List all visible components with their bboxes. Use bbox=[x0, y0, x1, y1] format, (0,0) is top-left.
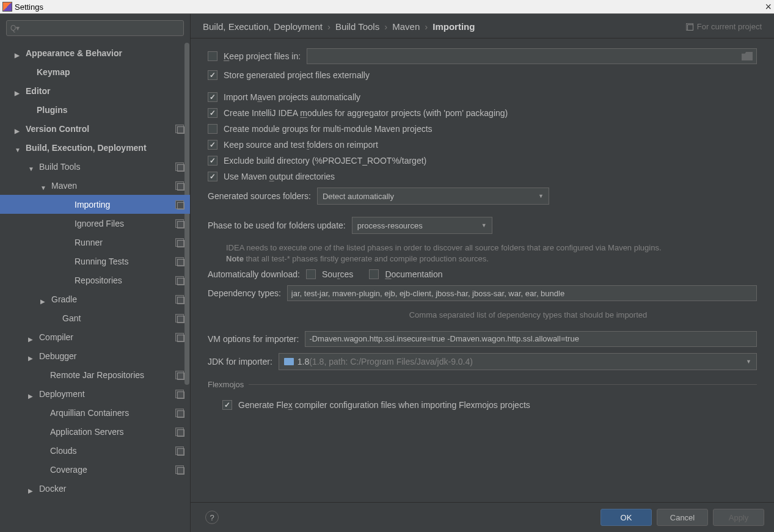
close-icon[interactable]: × bbox=[765, 1, 772, 13]
spacer bbox=[64, 239, 71, 246]
tree-item-repositories[interactable]: Repositories bbox=[0, 271, 190, 290]
tree-item-remote-jar-repositories[interactable]: Remote Jar Repositories bbox=[0, 365, 190, 384]
copy-icon bbox=[175, 295, 184, 304]
auto-download-label: Automatically download: bbox=[208, 269, 300, 279]
cancel-button[interactable]: Cancel bbox=[657, 509, 708, 526]
help-button[interactable]: ? bbox=[205, 511, 219, 524]
create-module-groups-checkbox[interactable] bbox=[208, 124, 217, 134]
tree-item-docker[interactable]: Docker bbox=[0, 479, 190, 498]
dependency-types-label: Dependency types: bbox=[208, 288, 281, 298]
tree-item-label: Build, Execution, Deployment bbox=[26, 143, 147, 153]
documentation-checkbox[interactable] bbox=[369, 269, 379, 279]
chevron-down-icon[interactable] bbox=[40, 182, 48, 189]
search-input[interactable] bbox=[6, 20, 184, 36]
create-modules-label: Create IntelliJ IDEA modules for aggrega… bbox=[224, 108, 508, 118]
tree-item-coverage[interactable]: Coverage bbox=[0, 460, 190, 479]
copy-icon bbox=[175, 390, 184, 398]
import-auto-label: Import Maven projects automatically bbox=[224, 92, 360, 102]
sources-checkbox[interactable] bbox=[306, 269, 316, 279]
tree-item-gradle[interactable]: Gradle bbox=[0, 290, 190, 308]
ok-button[interactable]: OK bbox=[601, 509, 652, 526]
spacer bbox=[26, 106, 33, 114]
keep-project-files-checkbox[interactable] bbox=[208, 51, 217, 61]
tree-item-version-control[interactable]: Version Control bbox=[0, 119, 190, 138]
tree-item-gant[interactable]: Gant bbox=[0, 308, 190, 327]
exclude-build-checkbox[interactable] bbox=[208, 156, 217, 166]
spacer bbox=[39, 428, 46, 435]
chevron-down-icon[interactable] bbox=[15, 144, 22, 151]
tree-item-label: Deployment bbox=[39, 389, 85, 399]
import-auto-checkbox[interactable] bbox=[208, 92, 217, 102]
use-output-checkbox[interactable] bbox=[208, 172, 217, 181]
spacer bbox=[39, 447, 46, 454]
breadcrumb-item[interactable]: Build Tools bbox=[335, 21, 379, 32]
keep-project-files-path[interactable] bbox=[307, 48, 757, 64]
tree-item-ignored-files[interactable]: Ignored Files bbox=[0, 214, 190, 233]
jdk-importer-select[interactable]: 1.8 (1.8, path: C:/Program Files/Java/jd… bbox=[279, 353, 757, 370]
tree-item-maven[interactable]: Maven bbox=[0, 176, 190, 195]
tree-item-label: Running Tests bbox=[75, 257, 128, 266]
tree-item-appearance-behavior[interactable]: Appearance & Behavior bbox=[0, 43, 190, 62]
tree-item-label: Appearance & Behavior bbox=[26, 48, 122, 58]
tree-item-runner[interactable]: Runner bbox=[0, 233, 190, 252]
chevron-right-icon[interactable] bbox=[28, 333, 35, 341]
store-externally-checkbox[interactable] bbox=[208, 70, 217, 80]
content-panel: Build, Execution, Deployment › Build Too… bbox=[191, 14, 774, 532]
generated-sources-select[interactable]: Detect automatically bbox=[317, 188, 549, 205]
generated-sources-label: Generated sources folders: bbox=[208, 191, 311, 201]
breadcrumb-current: Importing bbox=[433, 21, 475, 32]
tree-item-label: Maven bbox=[51, 181, 77, 191]
copy-icon bbox=[175, 314, 184, 322]
chevron-right-icon[interactable] bbox=[15, 49, 22, 57]
copy-icon bbox=[175, 162, 184, 171]
vm-options-input[interactable] bbox=[305, 331, 757, 347]
copy-icon bbox=[175, 181, 184, 190]
chevron-right-icon[interactable] bbox=[15, 87, 22, 95]
chevron-right-icon[interactable] bbox=[28, 485, 35, 492]
copy-icon bbox=[175, 333, 184, 341]
create-modules-checkbox[interactable] bbox=[208, 108, 217, 118]
tree-item-label: Ignored Files bbox=[75, 219, 124, 228]
chevron-down-icon[interactable] bbox=[28, 163, 35, 170]
tree-item-label: Docker bbox=[39, 484, 66, 494]
tree-item-label: Repositories bbox=[75, 275, 122, 285]
keep-folders-checkbox[interactable] bbox=[208, 140, 217, 150]
tree-item-running-tests[interactable]: Running Tests bbox=[0, 252, 190, 271]
tree-item-compiler[interactable]: Compiler bbox=[0, 327, 190, 346]
copy-icon bbox=[175, 446, 184, 455]
chevron-right-icon[interactable] bbox=[15, 125, 22, 133]
copy-icon bbox=[175, 409, 184, 417]
tree-item-arquillian-containers[interactable]: Arquillian Containers bbox=[0, 403, 190, 422]
phase-select[interactable]: process-resources bbox=[352, 217, 492, 234]
tree-item-debugger[interactable]: Debugger bbox=[0, 346, 190, 365]
spacer bbox=[64, 277, 71, 284]
tree-item-build-tools[interactable]: Build Tools bbox=[0, 157, 190, 176]
tree-item-editor[interactable]: Editor bbox=[0, 81, 190, 100]
chevron-right-icon[interactable] bbox=[28, 390, 35, 398]
copy-icon bbox=[175, 238, 184, 247]
tree-item-application-servers[interactable]: Application Servers bbox=[0, 422, 190, 441]
apply-button[interactable]: Apply bbox=[713, 509, 764, 526]
tree-item-clouds[interactable]: Clouds bbox=[0, 441, 190, 460]
tree-item-keymap[interactable]: Keymap bbox=[0, 62, 190, 81]
tree-item-importing[interactable]: Importing bbox=[0, 195, 190, 214]
copy-icon bbox=[175, 257, 184, 266]
tree-item-plugins[interactable]: Plugins bbox=[0, 100, 190, 119]
copy-icon bbox=[175, 219, 184, 228]
jdk-icon bbox=[284, 358, 294, 365]
breadcrumb-item[interactable]: Maven bbox=[392, 21, 420, 32]
tree-item-build-execution-deployment[interactable]: Build, Execution, Deployment bbox=[0, 138, 190, 157]
chevron-right-icon[interactable] bbox=[40, 296, 48, 303]
tree-item-label: Gant bbox=[62, 313, 81, 323]
breadcrumb-item[interactable]: Build, Execution, Deployment bbox=[203, 21, 323, 32]
folder-icon[interactable] bbox=[742, 52, 753, 60]
breadcrumb: Build, Execution, Deployment › Build Too… bbox=[191, 14, 774, 38]
tree-item-label: Runner bbox=[75, 238, 103, 247]
tree-item-label: Editor bbox=[26, 86, 50, 96]
dependency-types-input[interactable] bbox=[287, 285, 757, 301]
flexmojos-checkbox[interactable] bbox=[222, 400, 232, 410]
chevron-right-icon[interactable] bbox=[28, 352, 35, 360]
tree-item-deployment[interactable]: Deployment bbox=[0, 384, 190, 403]
copy-icon bbox=[175, 200, 184, 209]
settings-tree[interactable]: Appearance & BehaviorKeymapEditorPlugins… bbox=[0, 41, 190, 532]
